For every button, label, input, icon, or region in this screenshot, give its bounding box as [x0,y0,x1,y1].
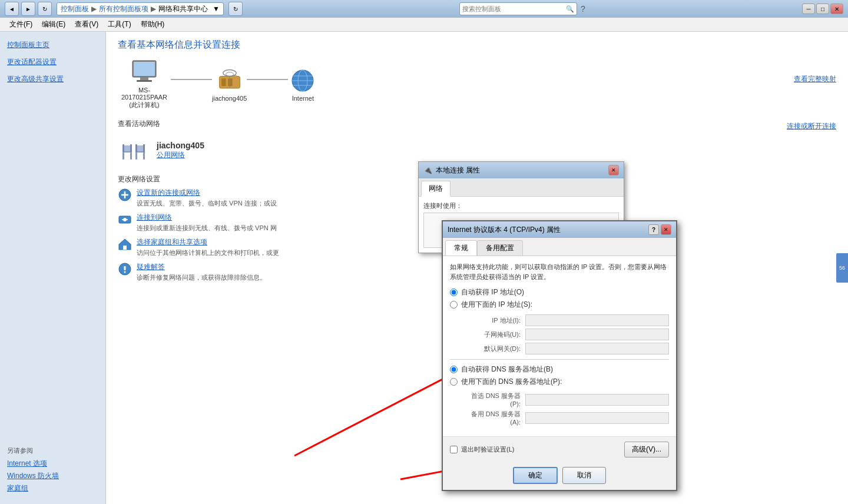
tcpip-controls: ? ✕ [648,224,671,235]
svg-point-37 [124,271,126,273]
active-network-section: 查看活动网络 连接或断开连接 [118,119,836,167]
auto-ip-label: 自动获得 IP 地址(O) [461,287,524,297]
search-icon[interactable]: 🔍 [566,5,574,13]
preferred-dns-row: 首选 DNS 服务器(P): [462,392,669,407]
breadcrumb-item-1[interactable]: 控制面板 [61,4,89,14]
sidebar-item-home[interactable]: 控制面板主页 [0,37,105,54]
breadcrumb-sep-1: ▶ [91,5,97,13]
sidebar-item-sharing[interactable]: 更改高级共享设置 [0,71,105,88]
refresh-button[interactable]: ↻ [38,2,52,16]
manual-ip-radio[interactable] [450,301,458,309]
exit-validate-row: 退出时验证设置(L) [450,445,514,454]
router-icon [215,69,244,92]
preferred-dns-label: 首选 DNS 服务器(P): [462,392,521,407]
router-label: jiachong405 [212,95,247,102]
menu-view[interactable]: 查看(V) [70,18,103,31]
auto-dns-radio[interactable] [450,366,458,373]
gateway-field-label: 默认网关(D): [462,344,521,353]
subnet-field-label: 子网掩码(U): [462,330,521,339]
local-dialog-close[interactable]: ✕ [608,165,619,175]
homegroup-desc: 访问位于其他网络计算机上的文件和打印机，或更 [137,248,279,257]
ip-fields: IP 地址(I): 子网掩码(U): 默认网关(D): [462,314,669,354]
homegroup-icon [118,237,132,253]
alternate-dns-input[interactable] [525,412,669,424]
exit-validate-label: 退出时验证设置(L) [461,445,514,454]
svg-rect-1 [134,62,155,76]
troubleshoot-content: 疑难解答 诊断并修复网络问题，或获得故障排除信息。 [137,262,266,282]
active-network-type[interactable]: 公用网络 [157,150,204,160]
search-input[interactable] [462,5,566,12]
svg-line-39 [294,367,465,456]
troubleshoot-title[interactable]: 疑难解答 [137,262,266,272]
menu-edit[interactable]: 编辑(E) [37,18,70,31]
menu-help[interactable]: 帮助(H) [136,18,170,31]
right-edge-tab[interactable]: 56 [836,253,848,283]
setup-connection-title[interactable]: 设置新的连接或网络 [137,188,277,198]
preferred-dns-input[interactable] [525,394,669,406]
menu-file[interactable]: 文件(F) [5,18,37,31]
internet-label: Internet [292,95,314,102]
connection-label: 连接时使用： [423,201,619,210]
close-button[interactable]: ✕ [830,4,843,14]
setup-connection-icon [118,188,132,204]
tcpip-title-text: Internet 协议版本 4 (TCP/IPv4) 属性 [448,225,561,235]
manual-dns-radio[interactable] [450,378,458,386]
tab-network[interactable]: 网络 [421,181,450,197]
title-bar: ◄ ► ↻ 控制面板 ▶ 所有控制面板项 ▶ 网络和共享中心 ▼ ↻ 🔍 [0,0,848,18]
manual-dns-label: 使用下面的 DNS 服务器地址(P): [461,377,562,387]
sidebar-also-homegroup[interactable]: 家庭组 [7,482,98,495]
tcpip-help-button[interactable]: ? [648,224,659,235]
connect-network-icon [118,213,132,228]
restore-button[interactable]: □ [816,4,829,14]
subnet-input[interactable] [525,329,669,340]
sidebar-item-adapter[interactable]: 更改适配器设置 [0,54,105,71]
section-divider [450,359,669,360]
content-title: 查看基本网络信息并设置连接 [118,39,836,51]
help-icon[interactable]: ? [581,4,585,14]
homegroup-content: 选择家庭组和共享选项 访问位于其他网络计算机上的文件和打印机，或更 [137,237,279,257]
menu-tools[interactable]: 工具(T) [103,18,135,31]
breadcrumb-dropdown[interactable]: ▼ [213,5,220,13]
tcpip-title: Internet 协议版本 4 (TCP/IPv4) 属性 [448,225,561,235]
internet-icon [288,69,317,92]
auto-ip-radio[interactable] [450,289,458,296]
sidebar-also-internet[interactable]: Internet 选项 [7,457,98,470]
local-dialog-tabs: 网络 [419,178,624,197]
svg-rect-18 [122,152,124,160]
breadcrumb-item-2[interactable]: 所有控制面板项 [99,4,148,14]
minimize-button[interactable]: ─ [802,4,815,14]
tcpip-dialog[interactable]: Internet 协议版本 4 (TCP/IPv4) 属性 ? ✕ 常规 备用配… [442,220,677,491]
svg-rect-20 [135,152,137,160]
forward-button[interactable]: ► [21,2,35,16]
refresh-alt-button[interactable]: ↻ [228,2,243,16]
exit-validate-checkbox[interactable] [450,446,458,453]
map-links: 查看完整映射 [794,74,836,84]
ok-button[interactable]: 确定 [513,467,558,484]
disconnect-link[interactable]: 连接或断开连接 [787,121,836,131]
connect-network-title[interactable]: 连接到网络 [137,213,277,223]
net-line-1 [171,79,212,80]
svg-point-8 [223,69,236,76]
ip-input[interactable] [525,314,669,326]
svg-rect-3 [137,80,152,82]
tcpip-footer: 退出时验证设置(L) 高级(V)... [443,436,676,462]
title-bar-right: 🔍 ? [459,2,585,15]
advanced-button[interactable]: 高级(V)... [624,442,669,457]
tcpip-close-button[interactable]: ✕ [661,224,671,235]
svg-rect-27 [143,144,145,152]
net-line-2 [247,79,288,80]
view-full-map-link[interactable]: 查看完整映射 [794,74,836,84]
svg-point-9 [226,72,233,75]
menu-bar: 文件(F) 编辑(E) 查看(V) 工具(T) 帮助(H) [0,18,848,32]
back-button[interactable]: ◄ [5,2,19,16]
homegroup-title[interactable]: 选择家庭组和共享选项 [137,237,279,247]
tab-alternate[interactable]: 备用配置 [477,240,523,256]
ip-field-row: IP 地址(I): [462,314,669,326]
dns-radio-group: 自动获得 DNS 服务器地址(B) 使用下面的 DNS 服务器地址(P): [450,364,669,387]
tab-general[interactable]: 常规 [445,240,477,256]
gateway-input[interactable] [525,343,669,354]
nav-buttons: ◄ ► ↻ [5,2,52,16]
tcpip-tabs: 常规 备用配置 [443,238,676,256]
sidebar-also-firewall[interactable]: Windows 防火墙 [7,470,98,482]
cancel-button[interactable]: 取消 [562,467,606,484]
